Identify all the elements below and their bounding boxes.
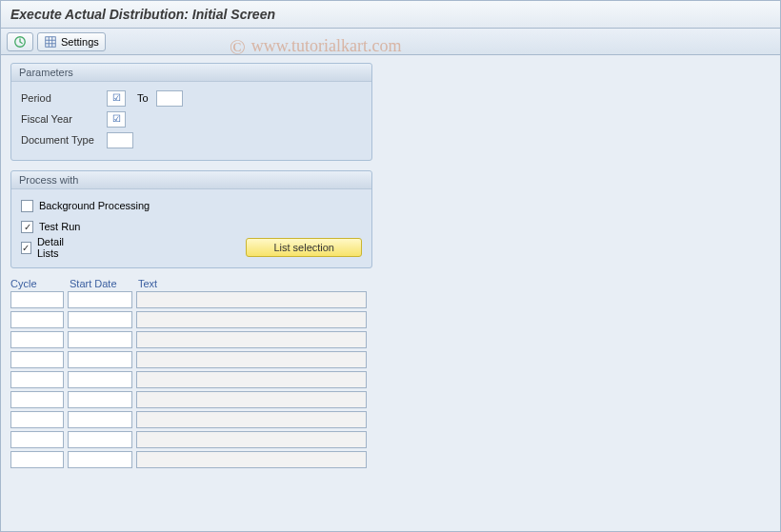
text-display [136,291,367,308]
cycle-input[interactable] [10,391,64,408]
doctype-label: Document Type [21,134,107,146]
text-display [136,331,367,348]
col-cycle-header: Cycle [10,278,70,289]
table-row [10,351,771,368]
doctype-field[interactable] [107,132,133,148]
startdate-input[interactable] [68,291,132,308]
cycle-input[interactable] [10,331,64,348]
startdate-input[interactable] [68,351,132,368]
grid-body [10,291,771,468]
startdate-input[interactable] [68,451,132,468]
process-with-group: Process with Background Processing Test … [10,170,372,268]
text-display [136,351,367,368]
required-icon: ☑ [112,113,121,124]
cycle-input[interactable] [10,351,64,368]
cycle-input[interactable] [10,311,64,328]
settings-button[interactable]: Settings [37,32,106,51]
test-run-label: Test Run [39,221,80,232]
table-row [10,391,771,408]
grid-header: Cycle Start Date Text [10,278,771,289]
detail-lists-checkbox[interactable] [21,242,31,254]
detail-lists-label: Detail Lists [37,236,78,259]
list-selection-button[interactable]: List selection [246,238,362,257]
col-startdate-header: Start Date [70,278,138,289]
table-row [10,411,771,428]
page-title: Execute Actual Distribution: Initial Scr… [1,1,780,29]
test-run-checkbox[interactable] [21,221,33,233]
table-row [10,371,771,388]
background-processing-checkbox[interactable] [21,200,33,212]
main-content: Parameters Period ☑ To Fiscal Year ☑ Doc… [1,55,780,479]
text-display [136,431,367,448]
grid-icon [44,35,57,49]
text-display [136,391,367,408]
startdate-input[interactable] [68,371,132,388]
parameters-title: Parameters [11,64,371,82]
table-row [10,291,771,308]
startdate-input[interactable] [68,331,132,348]
cycle-input[interactable] [10,291,64,308]
startdate-input[interactable] [68,391,132,408]
parameters-group: Parameters Period ☑ To Fiscal Year ☑ Doc… [10,63,372,161]
process-title: Process with [11,171,371,189]
startdate-input[interactable] [68,411,132,428]
period-to-field[interactable] [156,90,183,107]
cycle-input[interactable] [10,371,64,388]
col-text-header: Text [138,278,376,289]
text-display [136,371,367,388]
cycle-input[interactable] [10,431,64,448]
text-display [136,451,367,468]
table-row [10,311,771,328]
startdate-input[interactable] [68,431,132,448]
to-label: To [137,92,149,104]
startdate-input[interactable] [68,311,132,328]
svg-rect-1 [46,36,56,47]
period-label: Period [21,92,107,104]
text-display [136,411,367,428]
settings-label: Settings [61,36,99,48]
required-icon: ☑ [112,92,121,103]
text-display [136,311,367,328]
execute-button[interactable] [7,32,33,51]
cycle-input[interactable] [10,451,64,468]
fiscal-year-field[interactable]: ☑ [107,111,126,128]
clock-execute-icon [13,35,27,49]
period-from-field[interactable]: ☑ [107,90,126,107]
fiscal-year-label: Fiscal Year [21,113,107,125]
toolbar: Settings [1,29,780,55]
table-row [10,331,771,348]
table-row [10,451,771,468]
background-processing-label: Background Processing [39,200,150,211]
table-row [10,431,771,448]
cycle-input[interactable] [10,411,64,428]
